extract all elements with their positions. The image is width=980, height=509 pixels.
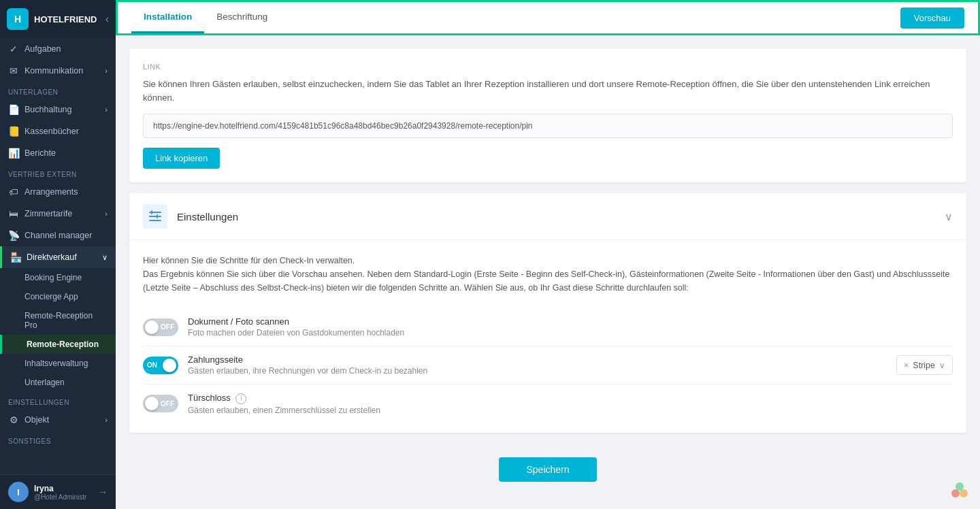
sidebar-subitem-concierge-app[interactable]: Concierge App [0,287,116,306]
settings-icon [143,204,167,229]
sidebar-item-berichte[interactable]: 📊 Berichte [0,142,116,164]
toggle-dokument-sublabel: Foto machen oder Dateien von Gastdokumen… [188,328,953,338]
kommunikation-icon: ✉ [8,65,19,76]
sidebar-item-aufgaben[interactable]: ✓ Aufgaben [0,38,116,60]
svg-rect-2 [149,220,161,221]
user-name: Iryna [34,484,93,493]
svg-point-5 [951,489,960,497]
vorschau-button[interactable]: Vorschau [900,7,964,29]
toggle-row-turschloss: OFF Türschloss i Gästen erlauben, einen … [143,384,953,423]
link-section-label: LINK [143,63,953,71]
toggle-row-dokument: OFF Dokument / Foto scannen Foto machen … [143,308,953,346]
toggle-row-zahlung: ON Zahlungsseite Gästen erlauben, ihre R… [143,346,953,384]
toggle-turschloss-sublabel: Gästen erlauben, einen Zimmerschlüssel z… [188,406,953,415]
info-icon[interactable]: i [235,393,246,404]
settings-title: Einstellungen [177,211,238,223]
remote-reception-label: Remote-Reception [27,340,99,349]
sidebar-subitem-remote-reception[interactable]: Remote-Reception [0,335,116,354]
tab-beschriftung[interactable]: Beschriftung [204,2,280,33]
toggle-knob [145,321,159,334]
berichte-icon: 📊 [8,148,19,159]
logo-text: HOTELFRIEND [34,14,97,24]
sidebar-item-buchhaltung[interactable]: 📄 Buchhaltung › [0,99,116,120]
content-area: LINK Sie können Ihren Gästen erlauben, s… [116,35,980,509]
stripe-label: Stripe [913,361,935,370]
arrangements-icon: 🏷 [8,186,19,197]
sidebar-subitem-unterlagen[interactable]: Unterlagen [0,373,116,392]
sidebar-item-kassenbucher[interactable]: 📒 Kassenbücher [0,120,116,142]
sidebar-item-buchhaltung-label: Buchhaltung [24,105,72,114]
sidebar-item-objekt-label: Objekt [24,415,49,425]
collapse-button[interactable]: ‹ [105,13,109,25]
logo-icon: H [7,8,29,30]
toggle-off-label: OFF [161,323,174,331]
avatar: I [8,482,29,502]
save-button[interactable]: Speichern [499,457,596,482]
sidebar-item-arrangements[interactable]: 🏷 Arrangements [0,181,116,203]
remote-reception-pro-label: Remote-Reception Pro [24,311,108,330]
sidebar-item-zimmertarife[interactable]: 🛏 Zimmertarife › [0,203,116,225]
stripe-dropdown[interactable]: × Stripe ∨ [896,355,953,375]
booking-engine-label: Booking Engine [24,273,82,282]
user-arrow-icon[interactable]: → [98,487,108,497]
user-role: @Hotel Administr [34,493,93,501]
toggle-on-label: ON [147,361,157,369]
link-url: https://engine-dev.hotelfriend.com/4159c… [143,114,953,138]
sidebar-subitem-inhaltsverwaltung[interactable]: Inhaltsverwaltung [0,354,116,373]
toggle-dokument-label: Dokument / Foto scannen [188,316,953,327]
toggle-dokument[interactable]: OFF [143,318,178,336]
objekt-icon: ⚙ [8,414,19,425]
concierge-app-label: Concierge App [24,292,78,301]
sidebar-item-arrangements-label: Arrangements [24,187,78,197]
link-card: LINK Sie können Ihren Gästen erlauben, s… [129,49,966,182]
section-label-einstellungen: EINSTELLUNGEN [0,392,116,409]
main-content: Installation Beschriftung Vorschau LINK … [116,0,980,509]
copy-link-button[interactable]: Link kopieren [143,148,220,169]
tab-installation[interactable]: Installation [131,2,204,33]
stripe-chevron-icon: ∨ [939,361,945,370]
toggle-zahlung-label: Zahlungsseite [188,355,887,365]
svg-rect-1 [149,216,161,217]
settings-body: Hier können Sie die Schritte für den Che… [129,240,966,433]
direktverkauf-icon: 🏪 [10,252,21,263]
toggle-zahlung[interactable]: ON [143,357,178,374]
sidebar-item-direktverkauf[interactable]: 🏪 Direktverkauf ∨ [0,246,116,268]
channel-icon: 📡 [8,230,19,241]
tabs-header: Installation Beschriftung Vorschau [116,0,980,35]
zimmertarife-icon: 🛏 [8,208,19,219]
buchhaltung-icon: 📄 [8,104,19,115]
settings-card: Einstellungen ∨ Hier können Sie die Schr… [129,193,966,433]
kassenbucher-icon: 📒 [8,126,19,137]
section-label-vertrieb: VERTRIEB EXTERN [0,164,116,181]
sidebar-subitem-booking-engine[interactable]: Booking Engine [0,268,116,287]
toggle-off-label: OFF [161,400,174,408]
svg-rect-4 [157,214,158,218]
stripe-clear-icon[interactable]: × [904,360,909,370]
sidebar-logo: H HOTELFRIEND ‹ [0,0,116,38]
svg-rect-3 [151,210,152,214]
sidebar-item-aufgaben-label: Aufgaben [24,44,61,54]
sidebar-item-kommunikation[interactable]: ✉ Kommunikation › [0,60,116,82]
chevron-icon: › [105,105,108,114]
user-info: Iryna @Hotel Administr [34,484,93,501]
toggle-knob [163,359,176,372]
sidebar-item-channel-manager[interactable]: 📡 Channel manager [0,225,116,246]
sidebar-item-channel-label: Channel manager [24,231,92,240]
sidebar-user: I Iryna @Hotel Administr → [0,474,116,509]
section-label-unterlagen: UNTERLAGEN [0,82,116,99]
sidebar-item-zimmertarife-label: Zimmertarife [24,209,72,218]
settings-header[interactable]: Einstellungen ∨ [129,193,966,240]
sidebar-item-kommunikation-label: Kommunikation [24,66,83,76]
svg-point-7 [956,482,964,491]
save-area: Speichern [129,444,966,495]
sidebar-item-objekt[interactable]: ⚙ Objekt › [0,409,116,431]
sidebar-item-kassenbucher-label: Kassenbücher [24,127,79,136]
toggle-turschloss[interactable]: OFF [143,395,178,412]
section-label-sonstiges: SONSTIGES [0,431,116,448]
inhaltsverwaltung-label: Inhaltsverwaltung [24,359,88,368]
sidebar: H HOTELFRIEND ‹ ✓ Aufgaben ✉ Kommunikati… [0,0,116,509]
sidebar-item-direktverkauf-label: Direktverkauf [27,252,77,262]
chevron-down-icon: ∨ [102,253,108,262]
sidebar-subitem-remote-reception-pro[interactable]: Remote-Reception Pro [0,306,116,335]
link-description: Sie können Ihren Gästen erlauben, selbst… [143,78,953,104]
